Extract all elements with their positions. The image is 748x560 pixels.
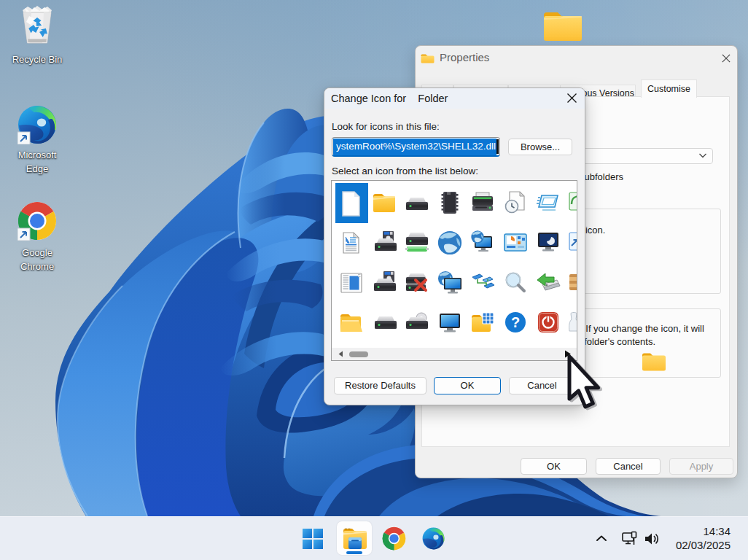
svg-text:?: ? — [511, 314, 520, 330]
